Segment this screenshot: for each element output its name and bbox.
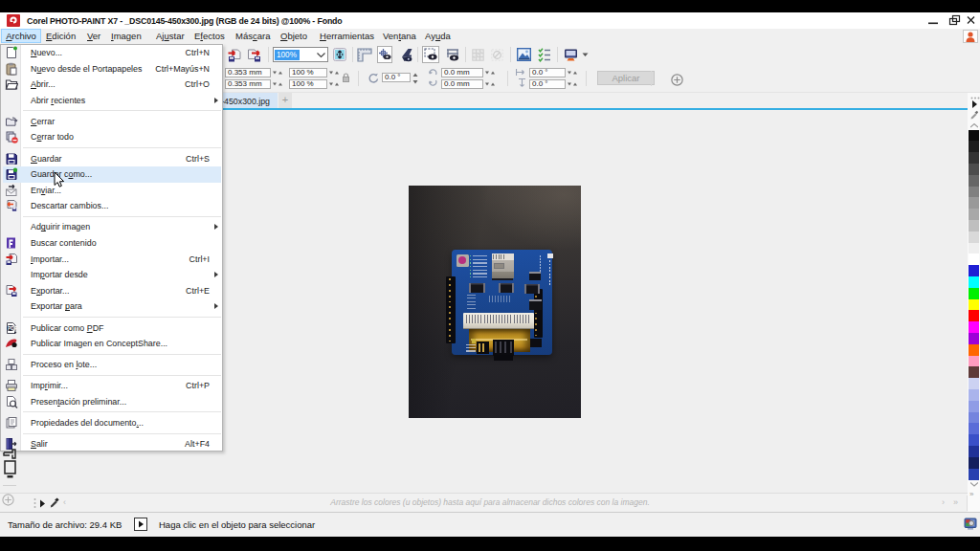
svg-text:PDF: PDF (8, 325, 17, 331)
